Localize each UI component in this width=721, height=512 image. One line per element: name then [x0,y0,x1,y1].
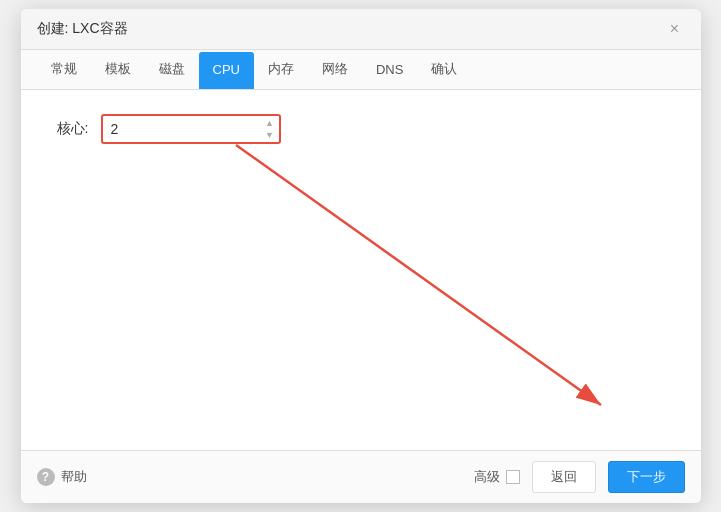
help-button[interactable]: ? 帮助 [37,468,87,486]
dialog-footer: ? 帮助 高级 返回 下一步 [21,450,701,503]
tab-network[interactable]: 网络 [308,50,362,90]
advanced-checkbox[interactable] [506,470,520,484]
spinner-down[interactable]: ▼ [263,130,277,141]
tab-template[interactable]: 模板 [91,50,145,90]
help-label: 帮助 [61,468,87,486]
tab-confirm[interactable]: 确认 [417,50,471,90]
dialog-header: 创建: LXC容器 × [21,9,701,50]
tab-disk[interactable]: 磁盘 [145,50,199,90]
advanced-label: 高级 [474,468,500,486]
tab-cpu[interactable]: CPU [199,52,254,89]
cores-label: 核心: [41,120,101,138]
tab-general[interactable]: 常规 [37,50,91,90]
back-button[interactable]: 返回 [532,461,596,493]
spinner-up[interactable]: ▲ [263,118,277,129]
tab-dns[interactable]: DNS [362,52,417,89]
help-icon: ? [37,468,55,486]
next-button[interactable]: 下一步 [608,461,685,493]
tab-memory[interactable]: 内存 [254,50,308,90]
spinner-buttons: ▲ ▼ [263,118,277,141]
dialog-body: 核心: ▲ ▼ [21,90,701,450]
dialog: 创建: LXC容器 × 常规 模板 磁盘 CPU 内存 网络 DNS 确认 核心… [21,9,701,503]
svg-line-1 [236,145,601,405]
dialog-title: 创建: LXC容器 [37,20,128,38]
footer-right: 高级 返回 下一步 [474,461,685,493]
advanced-wrap: 高级 [474,468,520,486]
cores-row: 核心: ▲ ▼ [41,114,681,144]
tabs-bar: 常规 模板 磁盘 CPU 内存 网络 DNS 确认 [21,50,701,90]
arrow-annotation [21,90,701,450]
close-button[interactable]: × [665,19,685,39]
cores-input[interactable] [101,114,281,144]
cores-input-wrap: ▲ ▼ [101,114,281,144]
